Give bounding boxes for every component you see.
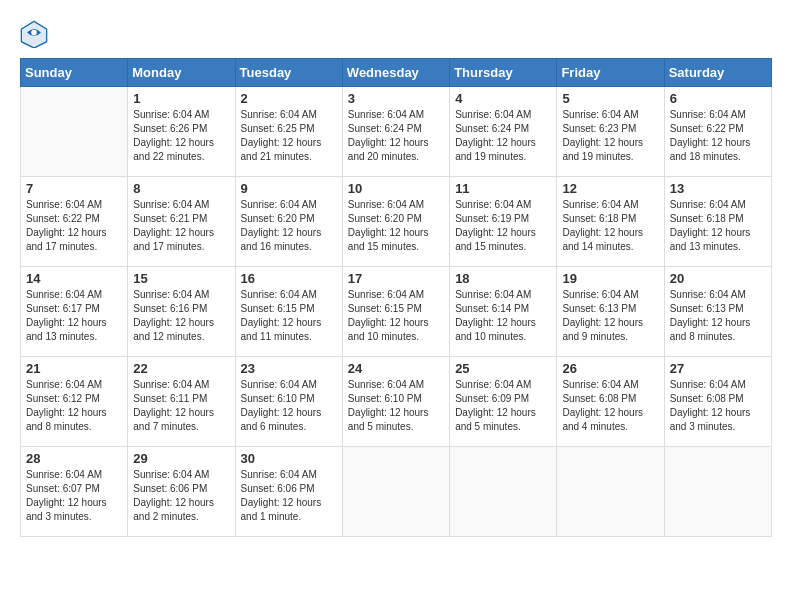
weekday-header-thursday: Thursday xyxy=(450,59,557,87)
day-info: Sunrise: 6:04 AM Sunset: 6:20 PM Dayligh… xyxy=(241,198,337,254)
day-info: Sunrise: 6:04 AM Sunset: 6:08 PM Dayligh… xyxy=(562,378,658,434)
day-info: Sunrise: 6:04 AM Sunset: 6:06 PM Dayligh… xyxy=(241,468,337,524)
day-number: 25 xyxy=(455,361,551,376)
day-info: Sunrise: 6:04 AM Sunset: 6:24 PM Dayligh… xyxy=(348,108,444,164)
day-number: 24 xyxy=(348,361,444,376)
day-info: Sunrise: 6:04 AM Sunset: 6:08 PM Dayligh… xyxy=(670,378,766,434)
day-info: Sunrise: 6:04 AM Sunset: 6:07 PM Dayligh… xyxy=(26,468,122,524)
day-info: Sunrise: 6:04 AM Sunset: 6:24 PM Dayligh… xyxy=(455,108,551,164)
day-info: Sunrise: 6:04 AM Sunset: 6:23 PM Dayligh… xyxy=(562,108,658,164)
calendar-cell: 12Sunrise: 6:04 AM Sunset: 6:18 PM Dayli… xyxy=(557,177,664,267)
calendar-cell: 24Sunrise: 6:04 AM Sunset: 6:10 PM Dayli… xyxy=(342,357,449,447)
calendar-cell xyxy=(664,447,771,537)
week-row-4: 21Sunrise: 6:04 AM Sunset: 6:12 PM Dayli… xyxy=(21,357,772,447)
day-info: Sunrise: 6:04 AM Sunset: 6:11 PM Dayligh… xyxy=(133,378,229,434)
day-number: 13 xyxy=(670,181,766,196)
weekday-header-wednesday: Wednesday xyxy=(342,59,449,87)
week-row-1: 1Sunrise: 6:04 AM Sunset: 6:26 PM Daylig… xyxy=(21,87,772,177)
calendar-table: SundayMondayTuesdayWednesdayThursdayFrid… xyxy=(20,58,772,537)
calendar-cell xyxy=(21,87,128,177)
calendar-cell xyxy=(557,447,664,537)
weekday-header-tuesday: Tuesday xyxy=(235,59,342,87)
day-number: 26 xyxy=(562,361,658,376)
weekday-header-saturday: Saturday xyxy=(664,59,771,87)
calendar-cell: 1Sunrise: 6:04 AM Sunset: 6:26 PM Daylig… xyxy=(128,87,235,177)
calendar-cell: 17Sunrise: 6:04 AM Sunset: 6:15 PM Dayli… xyxy=(342,267,449,357)
calendar-cell: 30Sunrise: 6:04 AM Sunset: 6:06 PM Dayli… xyxy=(235,447,342,537)
calendar-cell: 20Sunrise: 6:04 AM Sunset: 6:13 PM Dayli… xyxy=(664,267,771,357)
weekday-header-monday: Monday xyxy=(128,59,235,87)
day-number: 29 xyxy=(133,451,229,466)
calendar-cell: 16Sunrise: 6:04 AM Sunset: 6:15 PM Dayli… xyxy=(235,267,342,357)
weekday-header-sunday: Sunday xyxy=(21,59,128,87)
calendar-cell: 25Sunrise: 6:04 AM Sunset: 6:09 PM Dayli… xyxy=(450,357,557,447)
weekday-header-row: SundayMondayTuesdayWednesdayThursdayFrid… xyxy=(21,59,772,87)
week-row-3: 14Sunrise: 6:04 AM Sunset: 6:17 PM Dayli… xyxy=(21,267,772,357)
day-number: 1 xyxy=(133,91,229,106)
weekday-header-friday: Friday xyxy=(557,59,664,87)
day-info: Sunrise: 6:04 AM Sunset: 6:10 PM Dayligh… xyxy=(241,378,337,434)
calendar-cell: 5Sunrise: 6:04 AM Sunset: 6:23 PM Daylig… xyxy=(557,87,664,177)
day-number: 3 xyxy=(348,91,444,106)
day-info: Sunrise: 6:04 AM Sunset: 6:17 PM Dayligh… xyxy=(26,288,122,344)
day-info: Sunrise: 6:04 AM Sunset: 6:16 PM Dayligh… xyxy=(133,288,229,344)
day-info: Sunrise: 6:04 AM Sunset: 6:25 PM Dayligh… xyxy=(241,108,337,164)
day-number: 2 xyxy=(241,91,337,106)
day-number: 10 xyxy=(348,181,444,196)
day-number: 21 xyxy=(26,361,122,376)
day-info: Sunrise: 6:04 AM Sunset: 6:13 PM Dayligh… xyxy=(562,288,658,344)
day-info: Sunrise: 6:04 AM Sunset: 6:12 PM Dayligh… xyxy=(26,378,122,434)
day-info: Sunrise: 6:04 AM Sunset: 6:15 PM Dayligh… xyxy=(241,288,337,344)
calendar-cell: 3Sunrise: 6:04 AM Sunset: 6:24 PM Daylig… xyxy=(342,87,449,177)
day-number: 8 xyxy=(133,181,229,196)
calendar-cell: 10Sunrise: 6:04 AM Sunset: 6:20 PM Dayli… xyxy=(342,177,449,267)
day-info: Sunrise: 6:04 AM Sunset: 6:22 PM Dayligh… xyxy=(670,108,766,164)
calendar-cell: 19Sunrise: 6:04 AM Sunset: 6:13 PM Dayli… xyxy=(557,267,664,357)
calendar-cell: 22Sunrise: 6:04 AM Sunset: 6:11 PM Dayli… xyxy=(128,357,235,447)
calendar-cell: 11Sunrise: 6:04 AM Sunset: 6:19 PM Dayli… xyxy=(450,177,557,267)
day-info: Sunrise: 6:04 AM Sunset: 6:21 PM Dayligh… xyxy=(133,198,229,254)
day-info: Sunrise: 6:04 AM Sunset: 6:09 PM Dayligh… xyxy=(455,378,551,434)
day-info: Sunrise: 6:04 AM Sunset: 6:14 PM Dayligh… xyxy=(455,288,551,344)
calendar-cell: 14Sunrise: 6:04 AM Sunset: 6:17 PM Dayli… xyxy=(21,267,128,357)
calendar-cell: 21Sunrise: 6:04 AM Sunset: 6:12 PM Dayli… xyxy=(21,357,128,447)
day-number: 9 xyxy=(241,181,337,196)
day-number: 7 xyxy=(26,181,122,196)
week-row-5: 28Sunrise: 6:04 AM Sunset: 6:07 PM Dayli… xyxy=(21,447,772,537)
day-info: Sunrise: 6:04 AM Sunset: 6:26 PM Dayligh… xyxy=(133,108,229,164)
day-number: 11 xyxy=(455,181,551,196)
calendar-cell: 6Sunrise: 6:04 AM Sunset: 6:22 PM Daylig… xyxy=(664,87,771,177)
day-number: 5 xyxy=(562,91,658,106)
day-number: 15 xyxy=(133,271,229,286)
svg-point-2 xyxy=(31,30,37,36)
day-number: 6 xyxy=(670,91,766,106)
day-number: 14 xyxy=(26,271,122,286)
day-number: 4 xyxy=(455,91,551,106)
day-info: Sunrise: 6:04 AM Sunset: 6:15 PM Dayligh… xyxy=(348,288,444,344)
calendar-cell: 8Sunrise: 6:04 AM Sunset: 6:21 PM Daylig… xyxy=(128,177,235,267)
day-number: 30 xyxy=(241,451,337,466)
day-number: 19 xyxy=(562,271,658,286)
day-info: Sunrise: 6:04 AM Sunset: 6:06 PM Dayligh… xyxy=(133,468,229,524)
calendar-cell: 15Sunrise: 6:04 AM Sunset: 6:16 PM Dayli… xyxy=(128,267,235,357)
day-number: 12 xyxy=(562,181,658,196)
day-info: Sunrise: 6:04 AM Sunset: 6:20 PM Dayligh… xyxy=(348,198,444,254)
calendar-cell: 9Sunrise: 6:04 AM Sunset: 6:20 PM Daylig… xyxy=(235,177,342,267)
calendar-cell: 13Sunrise: 6:04 AM Sunset: 6:18 PM Dayli… xyxy=(664,177,771,267)
calendar-cell: 26Sunrise: 6:04 AM Sunset: 6:08 PM Dayli… xyxy=(557,357,664,447)
calendar-cell xyxy=(450,447,557,537)
day-number: 18 xyxy=(455,271,551,286)
day-info: Sunrise: 6:04 AM Sunset: 6:18 PM Dayligh… xyxy=(670,198,766,254)
day-number: 20 xyxy=(670,271,766,286)
calendar-cell: 7Sunrise: 6:04 AM Sunset: 6:22 PM Daylig… xyxy=(21,177,128,267)
day-info: Sunrise: 6:04 AM Sunset: 6:18 PM Dayligh… xyxy=(562,198,658,254)
day-number: 23 xyxy=(241,361,337,376)
day-info: Sunrise: 6:04 AM Sunset: 6:22 PM Dayligh… xyxy=(26,198,122,254)
day-number: 27 xyxy=(670,361,766,376)
day-number: 22 xyxy=(133,361,229,376)
calendar-cell: 28Sunrise: 6:04 AM Sunset: 6:07 PM Dayli… xyxy=(21,447,128,537)
calendar-cell: 18Sunrise: 6:04 AM Sunset: 6:14 PM Dayli… xyxy=(450,267,557,357)
day-info: Sunrise: 6:04 AM Sunset: 6:19 PM Dayligh… xyxy=(455,198,551,254)
logo xyxy=(20,20,52,48)
day-info: Sunrise: 6:04 AM Sunset: 6:13 PM Dayligh… xyxy=(670,288,766,344)
